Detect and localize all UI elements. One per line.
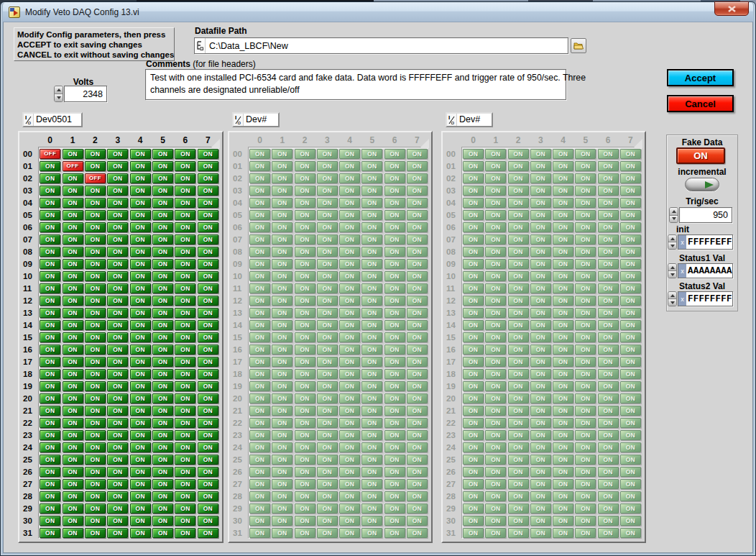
channel-toggle-dev1-r24-c6[interactable]: ON bbox=[175, 442, 195, 452]
channel-toggle-dev1-r25-c5[interactable]: ON bbox=[152, 455, 173, 465]
channel-toggle-dev1-r14-c4[interactable]: ON bbox=[130, 320, 151, 330]
channel-toggle-dev1-r12-c1[interactable]: ON bbox=[63, 296, 83, 306]
channel-toggle-dev1-r10-c0[interactable]: ON bbox=[40, 271, 60, 281]
channel-toggle-dev1-r27-c6[interactable]: ON bbox=[175, 479, 195, 489]
channel-toggle-dev1-r01-c7[interactable]: ON bbox=[198, 161, 218, 171]
channel-toggle-dev1-r23-c4[interactable]: ON bbox=[130, 430, 151, 440]
channel-toggle-dev1-r16-c3[interactable]: ON bbox=[107, 345, 128, 355]
channel-toggle-dev1-r29-c4[interactable]: ON bbox=[130, 503, 151, 514]
channel-toggle-dev1-r23-c6[interactable]: ON bbox=[175, 430, 195, 440]
channel-toggle-dev1-r03-c2[interactable]: ON bbox=[85, 186, 106, 196]
channel-toggle-dev1-r20-c1[interactable]: ON bbox=[63, 393, 83, 404]
channel-toggle-dev1-r10-c4[interactable]: ON bbox=[130, 271, 151, 281]
cancel-button[interactable]: Cancel bbox=[667, 95, 734, 112]
channel-toggle-dev1-r04-c1[interactable]: ON bbox=[63, 198, 83, 208]
increment-button[interactable] bbox=[668, 235, 676, 242]
channel-toggle-dev1-r11-c6[interactable]: ON bbox=[175, 283, 195, 293]
channel-toggle-dev1-r28-c7[interactable]: ON bbox=[198, 491, 218, 501]
channel-toggle-dev1-r13-c7[interactable]: ON bbox=[198, 308, 218, 318]
channel-toggle-dev1-r05-c4[interactable]: ON bbox=[130, 210, 151, 220]
channel-toggle-dev1-r07-c1[interactable]: ON bbox=[63, 234, 83, 245]
channel-toggle-dev1-r17-c6[interactable]: ON bbox=[175, 357, 195, 367]
channel-toggle-dev1-r28-c1[interactable]: ON bbox=[63, 491, 83, 501]
channel-toggle-dev1-r16-c1[interactable]: ON bbox=[63, 345, 83, 355]
channel-toggle-dev1-r10-c2[interactable]: ON bbox=[85, 271, 106, 281]
channel-toggle-dev1-r02-c6[interactable]: ON bbox=[175, 173, 195, 183]
channel-toggle-dev1-r15-c5[interactable]: ON bbox=[152, 332, 173, 342]
channel-toggle-dev1-r09-c3[interactable]: ON bbox=[107, 259, 128, 269]
channel-toggle-dev1-r11-c0[interactable]: ON bbox=[40, 283, 60, 293]
channel-toggle-dev1-r18-c1[interactable]: ON bbox=[63, 369, 83, 379]
channel-toggle-dev1-r27-c2[interactable]: ON bbox=[85, 479, 106, 489]
channel-toggle-dev1-r14-c1[interactable]: ON bbox=[63, 320, 83, 330]
channel-toggle-dev1-r30-c5[interactable]: ON bbox=[152, 516, 173, 526]
channel-toggle-dev1-r24-c4[interactable]: ON bbox=[130, 442, 151, 452]
channel-toggle-dev1-r02-c1[interactable]: ON bbox=[63, 173, 83, 183]
channel-toggle-dev1-r25-c1[interactable]: ON bbox=[63, 455, 83, 465]
channel-toggle-dev1-r19-c4[interactable]: ON bbox=[130, 381, 151, 391]
channel-toggle-dev1-r20-c2[interactable]: ON bbox=[85, 393, 106, 404]
channel-toggle-dev1-r02-c3[interactable]: ON bbox=[107, 173, 128, 183]
channel-toggle-dev1-r13-c1[interactable]: ON bbox=[63, 308, 83, 318]
channel-toggle-dev1-r14-c6[interactable]: ON bbox=[175, 320, 195, 330]
channel-toggle-dev1-r03-c3[interactable]: ON bbox=[107, 186, 128, 196]
channel-toggle-dev1-r17-c2[interactable]: ON bbox=[85, 357, 106, 367]
trig-input[interactable]: 950 bbox=[679, 207, 732, 223]
channel-toggle-dev1-r05-c5[interactable]: ON bbox=[152, 210, 173, 220]
channel-toggle-dev1-r06-c3[interactable]: ON bbox=[107, 222, 128, 232]
channel-toggle-dev1-r21-c6[interactable]: ON bbox=[175, 406, 195, 416]
channel-toggle-dev1-r11-c5[interactable]: ON bbox=[152, 283, 173, 293]
channel-toggle-dev1-r16-c5[interactable]: ON bbox=[152, 345, 173, 355]
channel-toggle-dev1-r12-c3[interactable]: ON bbox=[107, 296, 128, 306]
volts-spinner[interactable] bbox=[54, 86, 63, 102]
channel-toggle-dev1-r18-c4[interactable]: ON bbox=[130, 369, 151, 379]
channel-toggle-dev1-r03-c6[interactable]: ON bbox=[175, 186, 195, 196]
channel-toggle-dev1-r04-c7[interactable]: ON bbox=[198, 198, 218, 208]
channel-toggle-dev1-r23-c1[interactable]: ON bbox=[63, 430, 83, 440]
channel-toggle-dev1-r06-c6[interactable]: ON bbox=[175, 222, 195, 232]
channel-toggle-dev1-r16-c6[interactable]: ON bbox=[175, 345, 195, 355]
channel-toggle-dev1-r07-c0[interactable]: ON bbox=[40, 234, 60, 245]
trig-spinner[interactable] bbox=[669, 207, 678, 223]
channel-toggle-dev1-r27-c0[interactable]: ON bbox=[40, 479, 60, 489]
channel-toggle-dev1-r07-c4[interactable]: ON bbox=[130, 234, 151, 245]
channel-toggle-dev1-r09-c6[interactable]: ON bbox=[175, 259, 195, 269]
channel-toggle-dev1-r00-c5[interactable]: ON bbox=[152, 149, 173, 159]
channel-toggle-dev1-r09-c1[interactable]: ON bbox=[63, 259, 83, 269]
channel-toggle-dev1-r08-c1[interactable]: ON bbox=[63, 247, 83, 257]
channel-toggle-dev1-r15-c0[interactable]: ON bbox=[40, 332, 60, 342]
channel-toggle-dev1-r11-c7[interactable]: ON bbox=[198, 283, 218, 293]
channel-toggle-dev1-r29-c2[interactable]: ON bbox=[85, 503, 106, 514]
channel-toggle-dev1-r13-c0[interactable]: ON bbox=[40, 308, 60, 318]
channel-toggle-dev1-r30-c1[interactable]: ON bbox=[63, 516, 83, 526]
channel-toggle-dev1-r04-c5[interactable]: ON bbox=[152, 198, 173, 208]
channel-toggle-dev1-r04-c0[interactable]: ON bbox=[40, 198, 60, 208]
channel-toggle-dev1-r26-c5[interactable]: ON bbox=[152, 467, 173, 477]
channel-toggle-dev1-r13-c5[interactable]: ON bbox=[152, 308, 173, 318]
channel-toggle-dev1-r06-c0[interactable]: ON bbox=[40, 222, 60, 232]
channel-toggle-dev1-r06-c1[interactable]: ON bbox=[63, 222, 83, 232]
channel-toggle-dev1-r25-c3[interactable]: ON bbox=[107, 455, 128, 465]
channel-toggle-dev1-r29-c5[interactable]: ON bbox=[152, 503, 173, 514]
channel-toggle-dev1-r03-c7[interactable]: ON bbox=[198, 186, 218, 196]
browse-button[interactable] bbox=[571, 38, 586, 53]
channel-toggle-dev1-r25-c6[interactable]: ON bbox=[175, 455, 195, 465]
channel-toggle-dev1-r05-c0[interactable]: ON bbox=[40, 210, 60, 220]
channel-toggle-dev1-r08-c2[interactable]: ON bbox=[85, 247, 106, 257]
channel-toggle-dev1-r29-c1[interactable]: ON bbox=[63, 503, 83, 514]
channel-toggle-dev1-r26-c4[interactable]: ON bbox=[130, 467, 151, 477]
channel-toggle-dev1-r22-c2[interactable]: ON bbox=[85, 418, 106, 428]
channel-toggle-dev1-r01-c0[interactable]: ON bbox=[40, 161, 60, 171]
channel-toggle-dev1-r25-c0[interactable]: ON bbox=[40, 455, 60, 465]
channel-toggle-dev1-r29-c7[interactable]: ON bbox=[198, 503, 218, 514]
channel-toggle-dev1-r24-c5[interactable]: ON bbox=[152, 442, 173, 452]
increment-button[interactable] bbox=[668, 292, 676, 299]
decrement-button[interactable] bbox=[55, 94, 63, 101]
channel-toggle-dev1-r18-c2[interactable]: ON bbox=[85, 369, 106, 379]
channel-toggle-dev1-r23-c5[interactable]: ON bbox=[152, 430, 173, 440]
channel-toggle-dev1-r21-c7[interactable]: ON bbox=[198, 406, 218, 416]
channel-toggle-dev1-r16-c0[interactable]: ON bbox=[40, 345, 60, 355]
channel-toggle-dev1-r31-c0[interactable]: ON bbox=[40, 528, 60, 538]
channel-toggle-dev1-r13-c6[interactable]: ON bbox=[175, 308, 195, 318]
channel-toggle-dev1-r05-c7[interactable]: ON bbox=[198, 210, 218, 220]
